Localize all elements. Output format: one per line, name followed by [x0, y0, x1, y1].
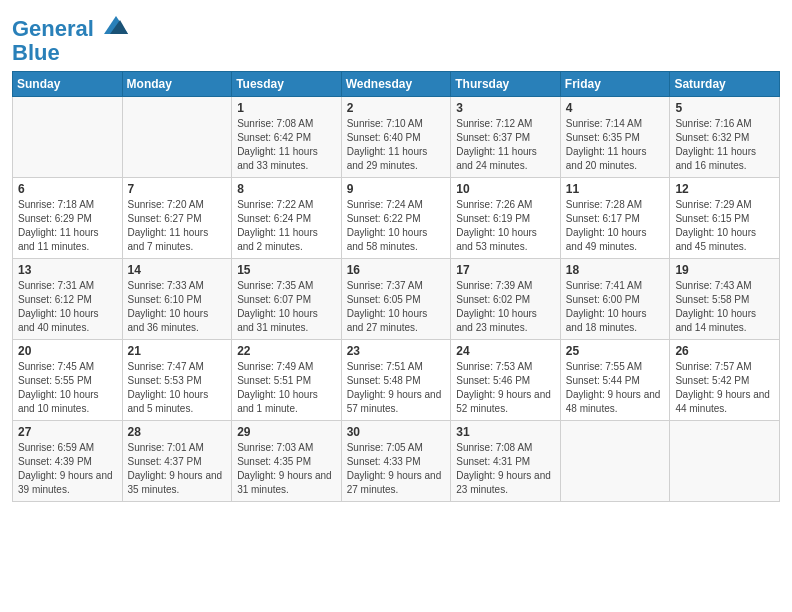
day-info: Sunrise: 7:22 AM Sunset: 6:24 PM Dayligh…	[237, 198, 336, 254]
calendar-cell: 2Sunrise: 7:10 AM Sunset: 6:40 PM Daylig…	[341, 97, 451, 178]
day-info: Sunrise: 7:47 AM Sunset: 5:53 PM Dayligh…	[128, 360, 227, 416]
logo-icon	[102, 14, 130, 36]
calendar-cell: 15Sunrise: 7:35 AM Sunset: 6:07 PM Dayli…	[232, 259, 342, 340]
logo: General Blue	[12, 14, 130, 65]
day-number: 9	[347, 182, 446, 196]
day-info: Sunrise: 7:45 AM Sunset: 5:55 PM Dayligh…	[18, 360, 117, 416]
day-number: 25	[566, 344, 665, 358]
day-info: Sunrise: 7:31 AM Sunset: 6:12 PM Dayligh…	[18, 279, 117, 335]
calendar-cell: 22Sunrise: 7:49 AM Sunset: 5:51 PM Dayli…	[232, 340, 342, 421]
day-info: Sunrise: 7:12 AM Sunset: 6:37 PM Dayligh…	[456, 117, 555, 173]
calendar-cell: 10Sunrise: 7:26 AM Sunset: 6:19 PM Dayli…	[451, 178, 561, 259]
calendar-cell: 13Sunrise: 7:31 AM Sunset: 6:12 PM Dayli…	[13, 259, 123, 340]
calendar-cell	[560, 421, 670, 502]
calendar-cell: 28Sunrise: 7:01 AM Sunset: 4:37 PM Dayli…	[122, 421, 232, 502]
day-info: Sunrise: 7:20 AM Sunset: 6:27 PM Dayligh…	[128, 198, 227, 254]
calendar-cell: 24Sunrise: 7:53 AM Sunset: 5:46 PM Dayli…	[451, 340, 561, 421]
day-header-saturday: Saturday	[670, 72, 780, 97]
header-row: SundayMondayTuesdayWednesdayThursdayFrid…	[13, 72, 780, 97]
day-header-tuesday: Tuesday	[232, 72, 342, 97]
day-number: 14	[128, 263, 227, 277]
calendar-cell: 9Sunrise: 7:24 AM Sunset: 6:22 PM Daylig…	[341, 178, 451, 259]
day-info: Sunrise: 7:08 AM Sunset: 6:42 PM Dayligh…	[237, 117, 336, 173]
day-number: 30	[347, 425, 446, 439]
day-info: Sunrise: 7:39 AM Sunset: 6:02 PM Dayligh…	[456, 279, 555, 335]
day-info: Sunrise: 7:08 AM Sunset: 4:31 PM Dayligh…	[456, 441, 555, 497]
calendar-table: SundayMondayTuesdayWednesdayThursdayFrid…	[12, 71, 780, 502]
day-number: 26	[675, 344, 774, 358]
calendar-cell: 27Sunrise: 6:59 AM Sunset: 4:39 PM Dayli…	[13, 421, 123, 502]
day-header-thursday: Thursday	[451, 72, 561, 97]
day-info: Sunrise: 7:18 AM Sunset: 6:29 PM Dayligh…	[18, 198, 117, 254]
calendar-cell: 6Sunrise: 7:18 AM Sunset: 6:29 PM Daylig…	[13, 178, 123, 259]
week-row-5: 27Sunrise: 6:59 AM Sunset: 4:39 PM Dayli…	[13, 421, 780, 502]
day-info: Sunrise: 7:33 AM Sunset: 6:10 PM Dayligh…	[128, 279, 227, 335]
calendar-cell: 16Sunrise: 7:37 AM Sunset: 6:05 PM Dayli…	[341, 259, 451, 340]
day-info: Sunrise: 7:01 AM Sunset: 4:37 PM Dayligh…	[128, 441, 227, 497]
day-number: 16	[347, 263, 446, 277]
week-row-1: 1Sunrise: 7:08 AM Sunset: 6:42 PM Daylig…	[13, 97, 780, 178]
calendar-cell: 11Sunrise: 7:28 AM Sunset: 6:17 PM Dayli…	[560, 178, 670, 259]
day-number: 7	[128, 182, 227, 196]
day-number: 5	[675, 101, 774, 115]
day-info: Sunrise: 7:26 AM Sunset: 6:19 PM Dayligh…	[456, 198, 555, 254]
day-info: Sunrise: 7:49 AM Sunset: 5:51 PM Dayligh…	[237, 360, 336, 416]
calendar-cell	[122, 97, 232, 178]
day-number: 29	[237, 425, 336, 439]
calendar-cell	[13, 97, 123, 178]
calendar-cell	[670, 421, 780, 502]
day-number: 23	[347, 344, 446, 358]
day-number: 27	[18, 425, 117, 439]
day-info: Sunrise: 7:03 AM Sunset: 4:35 PM Dayligh…	[237, 441, 336, 497]
calendar-cell: 29Sunrise: 7:03 AM Sunset: 4:35 PM Dayli…	[232, 421, 342, 502]
day-info: Sunrise: 7:57 AM Sunset: 5:42 PM Dayligh…	[675, 360, 774, 416]
day-number: 20	[18, 344, 117, 358]
logo-blue: Blue	[12, 41, 130, 65]
day-header-monday: Monday	[122, 72, 232, 97]
day-number: 1	[237, 101, 336, 115]
day-info: Sunrise: 7:28 AM Sunset: 6:17 PM Dayligh…	[566, 198, 665, 254]
day-info: Sunrise: 7:55 AM Sunset: 5:44 PM Dayligh…	[566, 360, 665, 416]
day-number: 10	[456, 182, 555, 196]
day-number: 4	[566, 101, 665, 115]
day-number: 18	[566, 263, 665, 277]
day-info: Sunrise: 7:37 AM Sunset: 6:05 PM Dayligh…	[347, 279, 446, 335]
calendar-cell: 23Sunrise: 7:51 AM Sunset: 5:48 PM Dayli…	[341, 340, 451, 421]
calendar-cell: 20Sunrise: 7:45 AM Sunset: 5:55 PM Dayli…	[13, 340, 123, 421]
day-number: 3	[456, 101, 555, 115]
week-row-3: 13Sunrise: 7:31 AM Sunset: 6:12 PM Dayli…	[13, 259, 780, 340]
day-info: Sunrise: 7:53 AM Sunset: 5:46 PM Dayligh…	[456, 360, 555, 416]
calendar-cell: 19Sunrise: 7:43 AM Sunset: 5:58 PM Dayli…	[670, 259, 780, 340]
logo-text: General	[12, 14, 130, 41]
day-info: Sunrise: 7:05 AM Sunset: 4:33 PM Dayligh…	[347, 441, 446, 497]
day-number: 31	[456, 425, 555, 439]
day-info: Sunrise: 7:16 AM Sunset: 6:32 PM Dayligh…	[675, 117, 774, 173]
calendar-cell: 17Sunrise: 7:39 AM Sunset: 6:02 PM Dayli…	[451, 259, 561, 340]
header: General Blue	[12, 10, 780, 65]
calendar-cell: 18Sunrise: 7:41 AM Sunset: 6:00 PM Dayli…	[560, 259, 670, 340]
week-row-2: 6Sunrise: 7:18 AM Sunset: 6:29 PM Daylig…	[13, 178, 780, 259]
day-number: 21	[128, 344, 227, 358]
calendar-cell: 1Sunrise: 7:08 AM Sunset: 6:42 PM Daylig…	[232, 97, 342, 178]
calendar-cell: 30Sunrise: 7:05 AM Sunset: 4:33 PM Dayli…	[341, 421, 451, 502]
page: General Blue SundayMondayTuesdayWednesda…	[0, 0, 792, 514]
calendar-cell: 25Sunrise: 7:55 AM Sunset: 5:44 PM Dayli…	[560, 340, 670, 421]
day-info: Sunrise: 7:41 AM Sunset: 6:00 PM Dayligh…	[566, 279, 665, 335]
day-number: 15	[237, 263, 336, 277]
calendar-cell: 8Sunrise: 7:22 AM Sunset: 6:24 PM Daylig…	[232, 178, 342, 259]
calendar-cell: 31Sunrise: 7:08 AM Sunset: 4:31 PM Dayli…	[451, 421, 561, 502]
week-row-4: 20Sunrise: 7:45 AM Sunset: 5:55 PM Dayli…	[13, 340, 780, 421]
calendar-cell: 12Sunrise: 7:29 AM Sunset: 6:15 PM Dayli…	[670, 178, 780, 259]
calendar-cell: 5Sunrise: 7:16 AM Sunset: 6:32 PM Daylig…	[670, 97, 780, 178]
calendar-cell: 7Sunrise: 7:20 AM Sunset: 6:27 PM Daylig…	[122, 178, 232, 259]
calendar-cell: 14Sunrise: 7:33 AM Sunset: 6:10 PM Dayli…	[122, 259, 232, 340]
day-header-friday: Friday	[560, 72, 670, 97]
day-number: 11	[566, 182, 665, 196]
day-number: 8	[237, 182, 336, 196]
calendar-cell: 21Sunrise: 7:47 AM Sunset: 5:53 PM Dayli…	[122, 340, 232, 421]
day-number: 22	[237, 344, 336, 358]
day-info: Sunrise: 6:59 AM Sunset: 4:39 PM Dayligh…	[18, 441, 117, 497]
day-number: 6	[18, 182, 117, 196]
day-header-sunday: Sunday	[13, 72, 123, 97]
day-info: Sunrise: 7:51 AM Sunset: 5:48 PM Dayligh…	[347, 360, 446, 416]
